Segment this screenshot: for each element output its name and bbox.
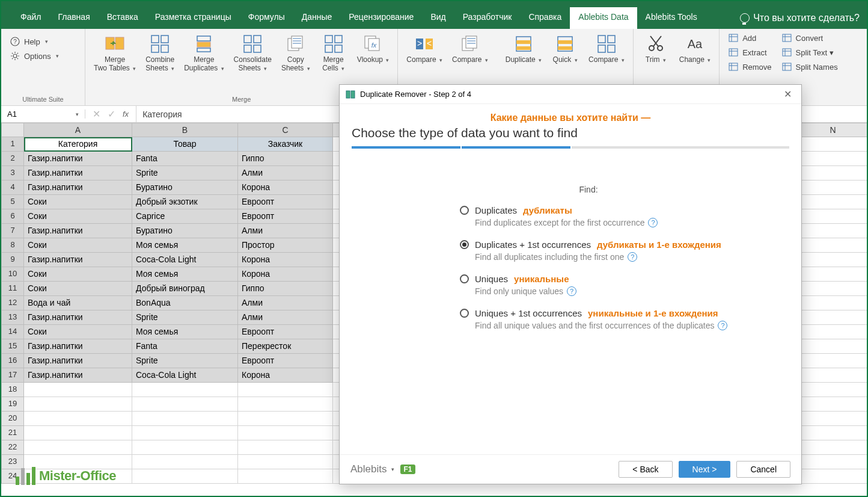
- cell[interactable]: Газир.напитки: [24, 368, 132, 383]
- cell[interactable]: Caprice: [132, 209, 238, 224]
- quick[interactable]: Quick ▾: [548, 31, 582, 66]
- cell[interactable]: [132, 412, 238, 426]
- cell[interactable]: [238, 426, 333, 440]
- cell[interactable]: Евроопт: [238, 325, 333, 339]
- row-header[interactable]: 19: [1, 397, 24, 412]
- cell[interactable]: [238, 440, 333, 455]
- cell[interactable]: Sprite: [132, 166, 238, 181]
- cell[interactable]: [238, 383, 333, 397]
- cell[interactable]: Sprite: [132, 310, 238, 325]
- next-button[interactable]: Next >: [679, 461, 731, 478]
- select-all[interactable]: [1, 123, 24, 137]
- change[interactable]: AaChange ▾: [676, 31, 714, 66]
- radio-option-3[interactable]: Uniques + 1st occurrencesуникальные и 1-…: [460, 308, 789, 318]
- cell[interactable]: [238, 397, 333, 412]
- row-header[interactable]: 4: [1, 181, 24, 195]
- tab-справка[interactable]: Справка: [520, 7, 570, 29]
- copy-sheets[interactable]: CopySheets ▾: [278, 31, 314, 75]
- cell[interactable]: Fanta: [132, 152, 238, 166]
- col-header[interactable]: A: [24, 123, 132, 137]
- row-header[interactable]: 5: [1, 195, 24, 209]
- cell[interactable]: [795, 368, 867, 383]
- tab-рецензирование[interactable]: Рецензирование: [340, 7, 422, 29]
- cell[interactable]: [795, 383, 867, 397]
- duplicate[interactable]: Duplicate ▾: [502, 31, 545, 66]
- cell[interactable]: [24, 426, 132, 440]
- fx-icon[interactable]: fx: [123, 110, 129, 119]
- row-header[interactable]: 18: [1, 383, 24, 397]
- cell[interactable]: [795, 253, 867, 267]
- row-header[interactable]: 6: [1, 209, 24, 224]
- cell[interactable]: [795, 166, 867, 181]
- cell[interactable]: Добрый экзотик: [132, 195, 238, 209]
- remove[interactable]: Remove: [724, 60, 775, 73]
- cell[interactable]: [795, 152, 867, 166]
- cell[interactable]: Моя семья: [132, 267, 238, 282]
- cell[interactable]: Алми: [238, 224, 333, 238]
- cell[interactable]: [795, 325, 867, 339]
- tab-разметка-страницы[interactable]: Разметка страницы: [147, 7, 240, 29]
- row-header[interactable]: 8: [1, 238, 24, 253]
- cell[interactable]: Fanta: [132, 339, 238, 354]
- consolidate-sheets[interactable]: ConsolidateSheets ▾: [230, 31, 275, 75]
- col-header[interactable]: B: [132, 123, 238, 137]
- cell[interactable]: [132, 383, 238, 397]
- cell[interactable]: Алми: [238, 310, 333, 325]
- compare-2[interactable]: Compare ▾: [448, 31, 492, 66]
- merge-two-tables[interactable]: MergeTwo Tables ▾: [90, 31, 139, 75]
- cell[interactable]: Категория: [24, 137, 132, 152]
- cell[interactable]: Газир.напитки: [24, 224, 132, 238]
- combine-sheets[interactable]: CombineSheets ▾: [142, 31, 178, 75]
- tab-ablebits-tools[interactable]: Ablebits Tools: [637, 7, 706, 29]
- vlookup[interactable]: fxVlookup ▾: [353, 31, 393, 66]
- cell[interactable]: [795, 339, 867, 354]
- cell[interactable]: Евроопт: [238, 209, 333, 224]
- cell[interactable]: Газир.напитки: [24, 339, 132, 354]
- cell[interactable]: Газир.напитки: [24, 310, 132, 325]
- row-header[interactable]: 21: [1, 426, 24, 440]
- row-header[interactable]: 10: [1, 267, 24, 282]
- help-icon[interactable]: ?: [567, 286, 576, 296]
- back-button[interactable]: < Back: [619, 461, 672, 478]
- tab-формулы[interactable]: Формулы: [240, 7, 293, 29]
- cell[interactable]: Соки: [24, 238, 132, 253]
- row-header[interactable]: 1: [1, 137, 24, 152]
- cell[interactable]: Корона: [238, 253, 333, 267]
- radio-option-1[interactable]: Duplicates + 1st occurrencesдубликаты и …: [460, 239, 789, 250]
- row-header[interactable]: 2: [1, 152, 24, 166]
- cell[interactable]: [795, 426, 867, 440]
- cell[interactable]: [795, 195, 867, 209]
- merge-cells[interactable]: MergeCells ▾: [316, 31, 351, 75]
- cell[interactable]: [795, 412, 867, 426]
- extract[interactable]: Extract: [724, 46, 775, 59]
- cell[interactable]: Корона: [238, 181, 333, 195]
- cell[interactable]: [795, 181, 867, 195]
- tab-вставка[interactable]: Вставка: [99, 7, 147, 29]
- cell[interactable]: [132, 440, 238, 455]
- cell[interactable]: Гиппо: [238, 152, 333, 166]
- row-header[interactable]: 15: [1, 339, 24, 354]
- cell[interactable]: Coca-Cola Light: [132, 253, 238, 267]
- f1-help[interactable]: F1: [400, 465, 415, 474]
- cell[interactable]: Евроопт: [238, 195, 333, 209]
- cell[interactable]: [795, 455, 867, 469]
- close-icon[interactable]: ✕: [780, 88, 795, 100]
- cell[interactable]: Газир.напитки: [24, 253, 132, 267]
- cell[interactable]: [795, 224, 867, 238]
- split-text[interactable]: Split Text ▾: [778, 46, 842, 59]
- compare-1[interactable]: ><Compare ▾: [403, 31, 446, 66]
- compare-3[interactable]: Compare ▾: [585, 31, 628, 66]
- cell[interactable]: Coca-Cola Light: [132, 368, 238, 383]
- cell[interactable]: [795, 310, 867, 325]
- row-header[interactable]: 14: [1, 325, 24, 339]
- cell[interactable]: Товар: [132, 137, 238, 152]
- tab-вид[interactable]: Вид: [422, 7, 454, 29]
- convert[interactable]: Convert: [778, 31, 842, 45]
- cell[interactable]: BonAqua: [132, 296, 238, 310]
- row-header[interactable]: 7: [1, 224, 24, 238]
- col-header[interactable]: C: [238, 123, 333, 137]
- row-header[interactable]: 17: [1, 368, 24, 383]
- tab-разработчик[interactable]: Разработчик: [454, 7, 521, 29]
- cell[interactable]: [238, 469, 333, 484]
- cell[interactable]: Соки: [24, 209, 132, 224]
